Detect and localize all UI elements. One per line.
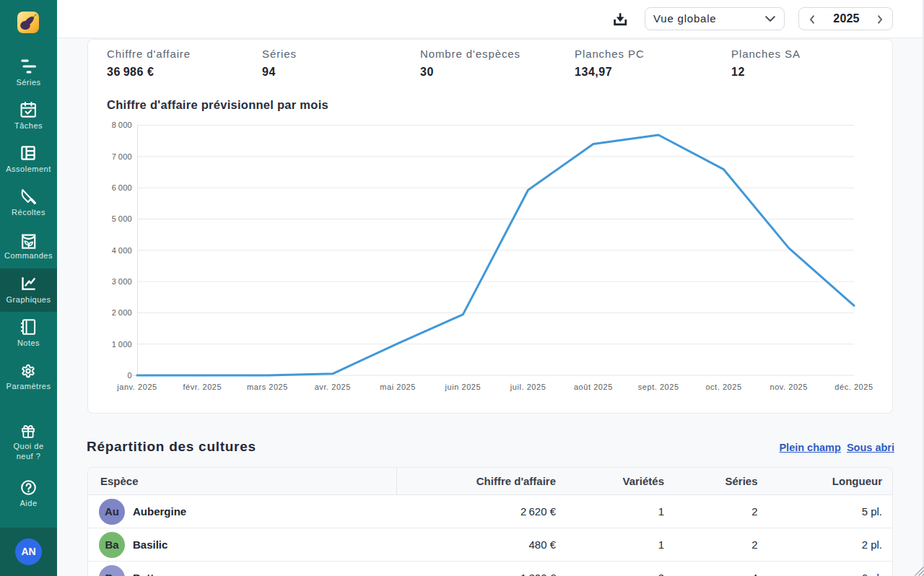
svg-text:1 000: 1 000 bbox=[112, 340, 132, 349]
svg-text:3 000: 3 000 bbox=[112, 277, 132, 286]
svg-text:avr. 2025: avr. 2025 bbox=[315, 383, 351, 391]
svg-text:7 000: 7 000 bbox=[112, 152, 132, 161]
svg-text:févr. 2025: févr. 2025 bbox=[183, 383, 222, 391]
svg-text:déc. 2025: déc. 2025 bbox=[834, 383, 873, 391]
svg-text:juin 2025: juin 2025 bbox=[445, 383, 481, 391]
svg-text:janv. 2025: janv. 2025 bbox=[116, 383, 157, 391]
svg-text:5 000: 5 000 bbox=[112, 214, 132, 223]
svg-text:sept. 2025: sept. 2025 bbox=[638, 383, 679, 391]
svg-text:août 2025: août 2025 bbox=[574, 383, 613, 391]
svg-text:nov. 2025: nov. 2025 bbox=[770, 383, 807, 391]
svg-text:juil. 2025: juil. 2025 bbox=[510, 383, 546, 391]
svg-text:8 000: 8 000 bbox=[112, 121, 132, 129]
svg-text:0: 0 bbox=[128, 371, 132, 380]
svg-text:mai 2025: mai 2025 bbox=[380, 383, 416, 391]
svg-text:oct. 2025: oct. 2025 bbox=[705, 383, 741, 391]
svg-text:mars 2025: mars 2025 bbox=[247, 383, 288, 391]
svg-text:2 000: 2 000 bbox=[112, 308, 132, 317]
svg-text:4 000: 4 000 bbox=[112, 246, 132, 255]
svg-text:6 000: 6 000 bbox=[112, 183, 132, 192]
